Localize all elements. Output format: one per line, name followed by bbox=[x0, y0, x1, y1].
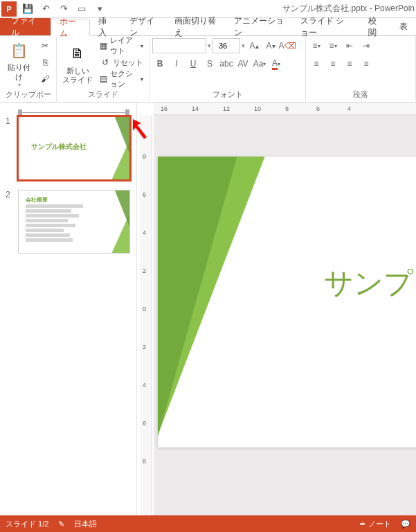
group-slides-label: スライド bbox=[60, 89, 146, 100]
thumbnail-number: 2 bbox=[6, 190, 14, 254]
thumbnail-number: 1 bbox=[6, 116, 14, 180]
horizontal-ruler[interactable]: 16 14 12 10 8 6 4 bbox=[154, 103, 416, 115]
comments-icon[interactable]: 💬 bbox=[401, 520, 410, 529]
thumbnail-item: 1 サンプル株式会社 bbox=[6, 116, 131, 180]
annotation-arrow bbox=[132, 118, 152, 141]
brush-icon: 🖌 bbox=[39, 73, 51, 85]
numbering-button[interactable]: ≡▾ bbox=[325, 38, 341, 53]
strike-button[interactable]: S bbox=[202, 56, 217, 71]
bold-button[interactable]: B bbox=[152, 56, 168, 71]
thumbnail-title: サンプル株式会社 bbox=[31, 142, 87, 152]
thumbnail-slide-1[interactable]: サンプル株式会社 bbox=[18, 116, 130, 180]
thumbnail-item: 2 会社概要 bbox=[6, 190, 131, 254]
redo-icon[interactable]: ↷ bbox=[57, 2, 71, 16]
tab-transitions[interactable]: 画面切り替え bbox=[166, 18, 226, 35]
group-clipboard: 📋 貼り付け ▾ ✂ ⎘ 🖌 クリップボード bbox=[0, 36, 57, 102]
group-paragraph: ≡▾ ≡▾ ⇤ ⇥ ≡ ≡ ≡ ≡ 段落 bbox=[306, 36, 416, 102]
paste-button[interactable]: 📋 貼り付け ▾ bbox=[3, 38, 35, 89]
status-slide-number[interactable]: スライド 1/2 bbox=[6, 519, 48, 529]
cut-icon: ✂ bbox=[39, 40, 51, 51]
spell-check-icon[interactable]: ✎ bbox=[58, 520, 64, 529]
underline-button[interactable]: U bbox=[186, 56, 201, 71]
tab-animations[interactable]: アニメーション bbox=[226, 18, 292, 35]
vertical-ruler[interactable]: 8 6 4 2 0 2 4 6 8 bbox=[140, 115, 152, 515]
align-right-button[interactable]: ≡ bbox=[342, 56, 357, 71]
decrease-font-button[interactable]: A▾ bbox=[263, 38, 278, 53]
font-color-button[interactable]: A▾ bbox=[269, 56, 284, 71]
window-title: サンプル株式会社.pptx - PowerPoin bbox=[107, 3, 416, 15]
spacing-button[interactable]: AV bbox=[235, 56, 251, 71]
change-case-button[interactable]: Aa▾ bbox=[252, 56, 267, 71]
thumbnail-title: 会社概要 bbox=[26, 196, 48, 204]
quick-access-toolbar: 💾 ↶ ↷ ▭ ▾ bbox=[21, 2, 107, 16]
layout-button[interactable]: ▦レイアウト▾ bbox=[97, 38, 146, 53]
tab-design[interactable]: デザイン bbox=[121, 18, 166, 35]
increase-indent-button[interactable]: ⇥ bbox=[359, 38, 374, 53]
increase-font-button[interactable]: A▴ bbox=[246, 38, 262, 53]
start-from-beginning-icon[interactable]: ▭ bbox=[75, 2, 89, 16]
tab-review[interactable]: 校閲 bbox=[360, 18, 391, 35]
copy-icon: ⎘ bbox=[39, 57, 51, 68]
slide-decoration bbox=[158, 157, 241, 447]
clear-format-button[interactable]: A⌫ bbox=[280, 38, 295, 53]
paste-icon: 📋 bbox=[8, 39, 30, 62]
tab-file[interactable]: ファイル bbox=[0, 18, 51, 35]
group-paragraph-label: 段落 bbox=[309, 89, 413, 100]
powerpoint-icon: P bbox=[1, 1, 17, 17]
cut-button[interactable]: ✂ bbox=[37, 38, 53, 53]
tab-home[interactable]: ホーム bbox=[51, 19, 90, 36]
reset-button[interactable]: ↺リセット bbox=[97, 55, 146, 70]
new-slide-icon: 🗎 bbox=[66, 43, 89, 65]
tab-slideshow[interactable]: スライド ショー bbox=[292, 18, 361, 35]
slide-canvas[interactable]: サンプ bbox=[158, 157, 416, 447]
justify-button[interactable]: ≡ bbox=[359, 56, 374, 71]
group-clipboard-label: クリップボード bbox=[3, 89, 53, 100]
status-bar: スライド 1/2 ✎ 日本語 ≐ ノート 💬 bbox=[0, 515, 416, 532]
qat-dropdown-icon[interactable]: ▾ bbox=[93, 2, 107, 16]
layout-icon: ▦ bbox=[100, 40, 108, 51]
tab-view[interactable]: 表 bbox=[391, 18, 416, 35]
new-slide-button[interactable]: 🗎 新しい スライド bbox=[60, 38, 96, 89]
thumbnail-slide-2[interactable]: 会社概要 bbox=[18, 190, 130, 254]
notes-button[interactable]: ≐ ノート bbox=[359, 519, 391, 529]
align-left-button[interactable]: ≡ bbox=[309, 56, 324, 71]
svg-marker-0 bbox=[133, 119, 147, 139]
bullets-button[interactable]: ≡▾ bbox=[309, 38, 324, 53]
save-icon[interactable]: 💾 bbox=[21, 2, 35, 16]
slide-editor: 16 14 12 10 8 6 4 8 6 4 2 0 2 4 6 8 サンプ bbox=[137, 103, 416, 515]
group-font: ▾ ▾ A▴ A▾ A⌫ B I U S abc AV Aa▾ A▾ フォント bbox=[150, 36, 306, 102]
font-size-combo[interactable] bbox=[212, 38, 240, 53]
ribbon-tabs: ファイル ホーム 挿入 デザイン 画面切り替え アニメーション スライド ショー… bbox=[0, 18, 416, 36]
font-family-combo[interactable] bbox=[152, 38, 206, 53]
section-icon: ▤ bbox=[100, 73, 108, 85]
slide-thumbnails-panel: 1 サンプル株式会社 2 会社概要 bbox=[0, 103, 137, 515]
section-button[interactable]: ▤セクション▾ bbox=[97, 71, 146, 87]
thumbnail-zoom-splitter[interactable] bbox=[18, 111, 129, 115]
format-painter-button[interactable]: 🖌 bbox=[37, 71, 53, 87]
shadow-button[interactable]: abc bbox=[219, 56, 234, 71]
canvas-area[interactable]: サンプ bbox=[154, 115, 416, 515]
reset-icon: ↺ bbox=[100, 57, 111, 68]
group-slides: 🗎 新しい スライド ▦レイアウト▾ ↺リセット ▤セクション▾ スライド bbox=[57, 36, 150, 102]
align-center-button[interactable]: ≡ bbox=[325, 56, 341, 71]
ribbon: 📋 貼り付け ▾ ✂ ⎘ 🖌 クリップボード 🗎 新しい スライド ▦レイアウト… bbox=[0, 36, 416, 103]
group-font-label: フォント bbox=[152, 89, 302, 100]
tab-insert[interactable]: 挿入 bbox=[90, 18, 121, 35]
status-language[interactable]: 日本語 bbox=[74, 519, 97, 529]
workspace: 1 サンプル株式会社 2 会社概要 16 14 12 10 8 6 4 8 bbox=[0, 103, 416, 515]
slide-decoration bbox=[88, 116, 130, 180]
italic-button[interactable]: I bbox=[169, 56, 184, 71]
copy-button[interactable]: ⎘ bbox=[37, 55, 53, 70]
slide-title-text[interactable]: サンプ bbox=[324, 264, 413, 303]
decrease-indent-button[interactable]: ⇤ bbox=[342, 38, 357, 53]
undo-icon[interactable]: ↶ bbox=[39, 2, 53, 16]
